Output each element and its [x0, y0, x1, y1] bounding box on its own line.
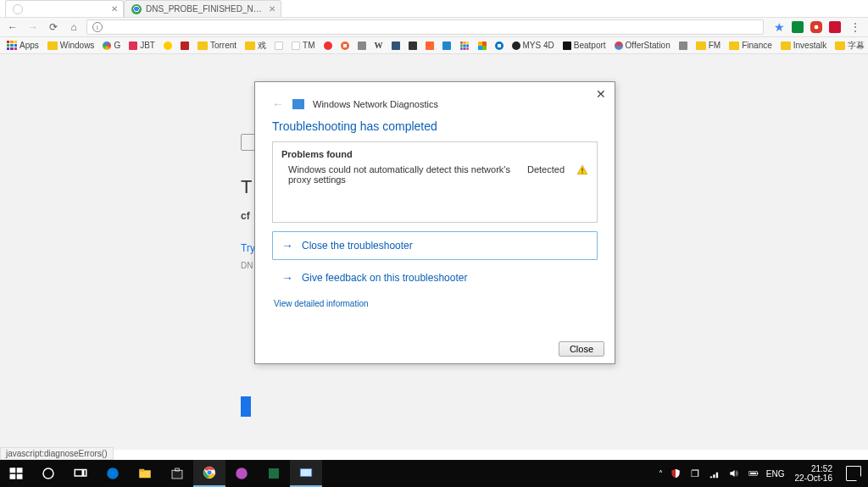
taskbar-language[interactable]: ENG — [766, 469, 785, 479]
tray-antivirus-icon[interactable] — [670, 468, 682, 479]
action-label: Close the troubleshooter — [302, 240, 413, 252]
apps-shortcut[interactable]: Apps — [7, 41, 39, 51]
tab-close-icon[interactable]: ✕ — [111, 4, 118, 14]
nav-reload-button[interactable]: ⟳ — [46, 19, 61, 35]
dialog-window-title: Windows Network Diagnostics — [313, 99, 438, 109]
taskbar-app-chrome[interactable] — [193, 460, 225, 487]
svg-rect-23 — [750, 473, 756, 474]
bookmark-item[interactable] — [459, 41, 470, 51]
bookmark-item[interactable]: Torrent — [198, 41, 236, 50]
dialog-heading: Troubleshooting has completed — [255, 114, 615, 141]
browser-menu-button[interactable]: ⋮ — [848, 19, 863, 35]
taskbar-app-excel[interactable] — [258, 460, 290, 487]
address-bar[interactable]: i — [86, 19, 764, 35]
taskbar-app-diagnostics[interactable] — [290, 460, 322, 487]
problems-found-header: Problems found — [281, 149, 588, 159]
extension-icon[interactable] — [810, 21, 822, 33]
network-diagnostics-icon — [292, 99, 304, 109]
taskbar-clock[interactable]: 21:52 22-Oct-16 — [792, 464, 836, 483]
folder-icon — [47, 42, 58, 50]
dialog-close-icon[interactable]: ✕ — [596, 87, 606, 101]
bookmark-item[interactable]: 字幕 — [835, 40, 865, 52]
tray-network-icon[interactable] — [709, 468, 721, 479]
cortana-search-button[interactable] — [32, 460, 64, 487]
bookmark-item[interactable]: JBT — [129, 41, 155, 50]
bookmark-item[interactable] — [275, 42, 283, 50]
browser-tab-strip: ✕ DNS_PROBE_FINISHED_N… ✕ — [0, 0, 868, 17]
apps-label: Apps — [19, 41, 39, 50]
site-icon — [292, 42, 300, 50]
folder-icon — [729, 42, 739, 50]
bookmark-item[interactable] — [442, 42, 451, 50]
windows-taskbar: ˄ ❐ ENG 21:52 22-Oct-16 — [0, 460, 868, 487]
taskbar-app-store[interactable] — [161, 460, 193, 487]
svg-rect-19 — [269, 468, 279, 479]
folder-icon — [198, 42, 208, 50]
close-troubleshooter-action[interactable]: → Close the troubleshooter — [272, 231, 598, 260]
google-icon — [103, 42, 111, 50]
tray-volume-icon[interactable] — [728, 468, 740, 479]
bookmark-item[interactable] — [181, 42, 189, 50]
bookmark-item[interactable] — [679, 42, 687, 50]
arrow-right-icon: → — [281, 239, 293, 252]
taskbar-app-edge[interactable] — [97, 460, 129, 487]
site-icon — [358, 42, 366, 50]
dialog-back-icon[interactable]: ← — [272, 97, 284, 111]
give-feedback-action[interactable]: → Give feedback on this troubleshooter — [272, 263, 598, 292]
svg-point-6 — [43, 468, 53, 479]
tray-battery-icon[interactable] — [748, 468, 760, 479]
bookmark-item[interactable] — [324, 42, 332, 50]
site-icon — [512, 42, 520, 50]
nav-back-button[interactable]: ← — [5, 19, 20, 35]
svg-rect-8 — [84, 470, 86, 477]
bookmark-item[interactable] — [358, 42, 366, 50]
dialog-close-button[interactable]: Close — [559, 341, 604, 357]
taskbar-app-explorer[interactable] — [129, 460, 161, 487]
bookmark-item[interactable] — [392, 42, 400, 50]
bookmark-item[interactable]: Beatport — [563, 41, 606, 50]
site-info-icon[interactable]: i — [92, 22, 103, 32]
bookmark-item[interactable] — [341, 42, 349, 50]
view-detailed-info-link[interactable]: View detailed information — [255, 296, 615, 312]
tray-bluetooth-icon[interactable]: ❐ — [689, 468, 701, 479]
nav-home-button[interactable]: ⌂ — [66, 19, 81, 35]
tab-close-icon[interactable]: ✕ — [269, 4, 275, 14]
browser-tab[interactable]: DNS_PROBE_FINISHED_N… ✕ — [124, 0, 281, 17]
svg-rect-0 — [581, 169, 582, 172]
svg-rect-12 — [172, 470, 182, 479]
bookmark-item[interactable]: OfferStation — [615, 41, 670, 50]
taskbar-time: 21:52 — [811, 464, 832, 473]
svg-rect-2 — [10, 468, 16, 473]
system-tray: ❐ — [670, 468, 760, 479]
bookmark-item[interactable]: W — [375, 41, 383, 50]
site-icon — [426, 42, 434, 50]
action-center-button[interactable] — [846, 466, 861, 481]
bookmark-item[interactable] — [164, 42, 172, 50]
bookmark-item[interactable]: G — [103, 41, 120, 50]
bookmark-item[interactable]: FM — [696, 41, 721, 50]
task-view-button[interactable] — [64, 460, 97, 487]
extension-icon[interactable] — [829, 21, 841, 33]
bookmark-item[interactable] — [495, 42, 504, 50]
start-button[interactable] — [0, 460, 32, 487]
site-icon — [409, 42, 417, 50]
svg-point-18 — [236, 468, 248, 479]
taskbar-app-itunes[interactable] — [225, 460, 258, 487]
error-page-button[interactable] — [241, 396, 251, 417]
bookmark-item[interactable] — [426, 42, 434, 50]
tray-overflow-icon[interactable]: ˄ — [659, 469, 663, 479]
bookmarks-bar: Apps Windows G JBT Torrent 戏 TM W MYS 4D… — [0, 37, 868, 54]
browser-tab[interactable]: ✕ — [5, 0, 124, 17]
bookmark-item[interactable] — [409, 42, 417, 50]
svg-rect-11 — [139, 469, 144, 472]
bookmark-item[interactable] — [478, 42, 487, 50]
extension-icon[interactable] — [792, 21, 804, 33]
bookmark-item[interactable]: 戏 — [245, 40, 266, 52]
bookmark-item[interactable]: Investalk — [781, 41, 826, 50]
bookmark-item[interactable]: Windows — [47, 41, 95, 50]
bookmark-star-icon[interactable]: ★ — [774, 20, 785, 34]
nav-forward-button[interactable]: → — [25, 19, 41, 35]
bookmark-item[interactable]: TM — [292, 41, 314, 50]
bookmark-item[interactable]: MYS 4D — [512, 41, 554, 50]
bookmark-item[interactable]: Finance — [729, 41, 772, 50]
